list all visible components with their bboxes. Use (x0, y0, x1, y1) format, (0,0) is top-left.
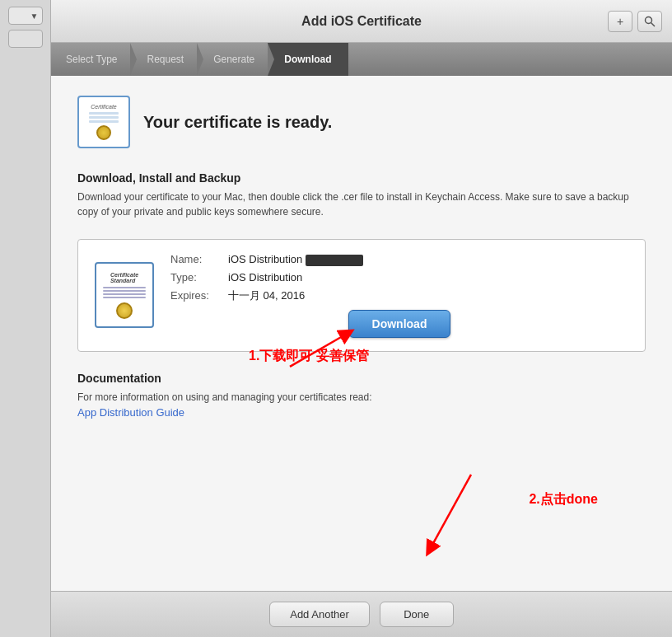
sidebar-button[interactable] (8, 30, 43, 48)
cert-icon-header: Certificate (77, 96, 130, 148)
name-redact-bar (306, 255, 363, 266)
search-icon (644, 16, 656, 27)
cert-name-row: Name: iOS Distribution (170, 253, 628, 266)
search-button[interactable] (637, 11, 662, 32)
cert-expires-row: Expires: 十一月 04, 2016 (170, 288, 628, 303)
cert-details: Name: iOS Distribution Type: iOS Distrib… (170, 253, 628, 338)
step-generate[interactable]: Generate (197, 43, 268, 76)
name-value: iOS Distribution (228, 253, 363, 266)
page-title: Add iOS Certificate (301, 14, 422, 29)
name-label: Name: (170, 253, 228, 265)
cert-card-seal (116, 302, 133, 319)
svg-line-1 (651, 22, 656, 26)
type-value: iOS Distribution (228, 271, 302, 283)
add-button[interactable]: + (608, 11, 632, 32)
docs-desc: For more information on using and managi… (77, 390, 646, 405)
sidebar-strip: ▼ (0, 0, 51, 637)
step-select-type[interactable]: Select Type (54, 43, 130, 76)
cert-card-icon: CertificateStandard (95, 262, 154, 328)
step-label-generate: Generate (213, 54, 254, 65)
section-download: Download, Install and Backup Download yo… (77, 171, 646, 219)
svg-point-0 (646, 16, 652, 23)
docs-link[interactable]: App Distribution Guide (77, 406, 184, 419)
step-label-select-type: Select Type (66, 54, 117, 65)
main-area: Add iOS Certificate + Select Type Reques… (51, 0, 672, 637)
section-docs: Documentation For more information on us… (77, 372, 646, 419)
download-button[interactable]: Download (348, 310, 451, 338)
cert-ready-header: Certificate Your certificate is ready. (77, 96, 646, 148)
cert-card-title-text: CertificateStandard (110, 272, 138, 283)
step-download[interactable]: Download (268, 43, 348, 76)
expires-value: 十一月 04, 2016 (228, 288, 305, 303)
section-download-desc: Download your certificate to your Mac, t… (77, 190, 646, 219)
add-another-button[interactable]: Add Another (269, 602, 370, 627)
section-download-title: Download, Install and Backup (77, 171, 646, 185)
title-bar: Add iOS Certificate + (51, 0, 672, 43)
cert-type-row: Type: iOS Distribution (170, 271, 628, 283)
step-label-download: Download (284, 54, 331, 65)
expires-label: Expires: (170, 289, 228, 302)
cert-seal (96, 125, 111, 140)
steps-bar: Select Type Request Generate Download (51, 43, 672, 76)
step-request[interactable]: Request (130, 43, 197, 76)
download-btn-wrap: Download (170, 310, 628, 338)
type-label: Type: (170, 271, 228, 283)
done-button[interactable]: Done (380, 602, 454, 627)
sidebar-dropdown[interactable]: ▼ (8, 7, 43, 25)
docs-title: Documentation (77, 372, 646, 385)
bottom-bar: Add Another Done (51, 591, 672, 637)
cert-card: CertificateStandard Name: iOS Distributi… (77, 239, 646, 352)
step-label-request: Request (147, 54, 184, 65)
cert-icon-inner: Certificate (89, 104, 119, 140)
title-bar-actions: + (608, 11, 662, 32)
cert-ready-title: Your certificate is ready. (143, 113, 332, 132)
content-area: Certificate Your certificate is ready. D… (51, 76, 672, 591)
content-container: Certificate Your certificate is ready. D… (51, 76, 672, 591)
